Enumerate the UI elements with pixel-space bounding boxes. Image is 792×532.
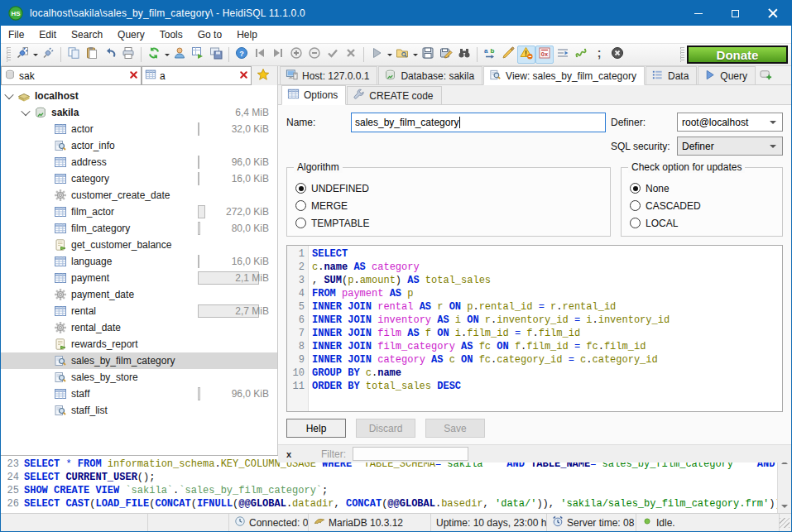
tab-view-sales-by-film-category[interactable]: View: sales_by_film_category — [483, 66, 645, 85]
export-database-button[interactable] — [189, 46, 207, 64]
print-button[interactable] — [119, 46, 137, 64]
tree-item-payment_date[interactable]: payment_date — [1, 286, 277, 303]
sql-security-select[interactable]: Definer — [677, 137, 783, 156]
expand-chevron-icon[interactable] — [21, 107, 30, 116]
minimize-button[interactable] — [679, 1, 717, 26]
tab-host-127-0-0-1[interactable]: Host: 127.0.0.1 — [280, 66, 377, 84]
tree-item-customer_create_date[interactable]: customer_create_date — [1, 187, 277, 204]
close-button[interactable] — [754, 1, 791, 26]
save-as-button[interactable] — [437, 46, 455, 64]
save-settings-button[interactable] — [207, 46, 225, 64]
apply-changes-button[interactable] — [324, 46, 342, 64]
editor-code[interactable]: SELECTc.name AS category, SUM(p.amount) … — [309, 246, 782, 411]
find-button[interactable] — [455, 46, 473, 64]
refresh-button[interactable] — [145, 46, 163, 64]
indent-button[interactable] — [554, 46, 572, 64]
session-manager-button[interactable] — [13, 46, 31, 64]
filter-value[interactable]: sak — [16, 70, 128, 82]
algorithm-option-merge[interactable]: MERGE — [295, 197, 602, 214]
tree-item-actor_info[interactable]: actor_info — [1, 137, 277, 154]
scroll-down-icon[interactable] — [781, 505, 788, 511]
tree-item-film_actor[interactable]: film_actor272,0 KiB — [1, 204, 277, 220]
check-option-option-local[interactable]: LOCAL — [630, 214, 774, 232]
tree-item-sales_by_film_category[interactable]: sales_by_film_category — [1, 352, 277, 369]
help-button[interactable]: ? — [233, 46, 251, 64]
help-button[interactable]: Help — [286, 419, 346, 438]
tree-item-category[interactable]: category16,0 KiB — [1, 170, 277, 187]
stop-button[interactable] — [608, 46, 626, 64]
clear-filter-button[interactable] — [128, 69, 139, 84]
tree-item-rental_date[interactable]: rental_date — [1, 319, 277, 336]
menu-item-search[interactable]: Search — [64, 26, 110, 43]
sql-log[interactable]: 23SELECT * FROM information_schema.KEY_C… — [1, 456, 777, 513]
resize-grip[interactable] — [780, 518, 790, 528]
tree-item-rental[interactable]: rental2,7 MiB — [1, 303, 277, 319]
check-option-option-none[interactable]: None — [630, 180, 774, 197]
menu-item-help[interactable]: Help — [229, 26, 265, 43]
tree-filter-database[interactable]: sak — [1, 66, 142, 85]
paste-button[interactable] — [83, 46, 101, 64]
tab-new-query-tab[interactable] — [756, 66, 775, 84]
tree-item-address[interactable]: address96,0 KiB — [1, 154, 277, 170]
add-record-button[interactable] — [287, 46, 305, 64]
tree-item-payment[interactable]: payment2,1 MiB — [1, 270, 277, 286]
tree-item-film_category[interactable]: film_category80,0 KiB — [1, 220, 277, 237]
user-manager-button[interactable] — [170, 46, 189, 64]
tree-item-staff_list[interactable]: staff_list — [1, 402, 277, 419]
discard-changes-button[interactable] — [342, 46, 360, 64]
open-file-dropdown[interactable] — [411, 46, 419, 64]
bind-params-button[interactable] — [572, 46, 590, 64]
tree-item-localhost[interactable]: localhost — [1, 88, 277, 104]
delete-record-button[interactable] — [305, 46, 324, 64]
undo-button[interactable] — [101, 46, 119, 64]
filter-value[interactable]: a — [156, 70, 238, 82]
maximize-button[interactable] — [717, 1, 754, 26]
tree-item-sales_by_store[interactable]: sales_by_store — [1, 369, 277, 386]
tab-database-sakila[interactable]: Database: sakila — [378, 66, 482, 84]
tab-data[interactable]: Data — [646, 66, 697, 84]
menu-item-tools[interactable]: Tools — [152, 26, 190, 43]
donate-button[interactable]: Donate — [687, 46, 788, 64]
log-scrollbar[interactable] — [777, 456, 791, 513]
replace-button[interactable]: ab — [481, 46, 499, 64]
open-file-button[interactable] — [393, 46, 411, 64]
definer-select[interactable]: root@localhost — [677, 113, 783, 132]
refresh-dropdown[interactable] — [163, 46, 170, 64]
tree-item-language[interactable]: language16,0 KiB — [1, 253, 277, 270]
copy-button[interactable] — [65, 46, 83, 64]
goto-first-button[interactable] — [251, 46, 269, 64]
format-code-button[interactable] — [499, 46, 517, 64]
tree-item-rewards_report[interactable]: rewards_report — [1, 336, 277, 352]
favorites-button[interactable] — [252, 66, 275, 85]
execute-query-button[interactable] — [367, 46, 386, 64]
filter-close-button[interactable]: x — [283, 449, 295, 459]
subtab-create-code[interactable]: CREATE code — [347, 86, 441, 104]
tab-query[interactable]: Query — [698, 66, 756, 84]
session-manager-dropdown[interactable] — [31, 46, 39, 64]
execute-query-dropdown[interactable] — [386, 46, 393, 64]
view-name-input[interactable]: sales_by_film_category — [351, 113, 606, 132]
warning-toggle-button[interactable] — [517, 46, 535, 64]
toolbar-grip[interactable] — [7, 47, 11, 62]
tree-item-sakila[interactable]: sakila6,4 MiB — [1, 104, 277, 121]
tree-item-get_customer_balance[interactable]: get_customer_balance — [1, 237, 277, 253]
hex-toggle-button[interactable]: 0x — [535, 46, 554, 64]
tree-item-staff[interactable]: staff96,0 KiB — [1, 386, 277, 402]
filter-input[interactable] — [353, 447, 468, 461]
save-file-button[interactable] — [419, 46, 437, 64]
menu-item-query[interactable]: Query — [110, 26, 152, 43]
clear-filter-button[interactable] — [238, 69, 249, 84]
check-option-option-cascaded[interactable]: CASCADED — [630, 197, 774, 214]
algorithm-option-temptable[interactable]: TEMPTABLE — [295, 214, 602, 232]
menu-item-go-to[interactable]: Go to — [190, 26, 229, 43]
tree-filter-table[interactable]: a — [142, 66, 252, 85]
disconnect-button[interactable] — [39, 46, 57, 64]
delimiter-button[interactable]: ; — [590, 46, 608, 64]
algorithm-option-undefined[interactable]: UNDEFINED — [295, 180, 602, 197]
goto-last-button[interactable] — [269, 46, 287, 64]
menu-item-file[interactable]: File — [1, 26, 31, 43]
view-sql-editor[interactable]: 1234567891011 SELECTc.name AS category, … — [286, 245, 783, 412]
expand-chevron-icon[interactable] — [4, 90, 13, 99]
tree-item-actor[interactable]: actor32,0 KiB — [1, 121, 277, 137]
menu-item-edit[interactable]: Edit — [31, 26, 64, 43]
